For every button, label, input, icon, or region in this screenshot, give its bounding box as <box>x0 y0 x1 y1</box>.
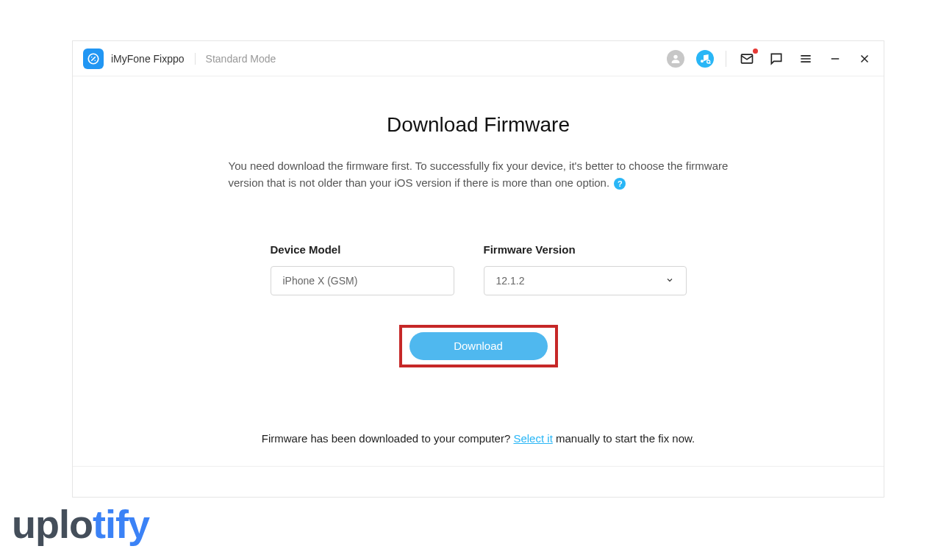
main-content: Download Firmware You need download the … <box>73 76 884 466</box>
watermark: uplotify <box>12 501 149 547</box>
titlebar: iMyFone Fixppo Standard Mode <box>73 41 884 76</box>
device-model-label: Device Model <box>271 243 454 256</box>
bottom-area <box>73 466 884 497</box>
app-logo-icon <box>83 49 104 69</box>
notification-dot-icon <box>753 49 758 54</box>
close-icon[interactable] <box>856 50 873 68</box>
app-title: iMyFone Fixppo <box>111 53 196 65</box>
firmware-version-field: Firmware Version 12.1.2 <box>484 243 687 295</box>
firmware-version-select[interactable]: 12.1.2 <box>484 266 687 295</box>
watermark-part2: tify <box>93 502 149 546</box>
chevron-down-icon <box>665 275 674 287</box>
minimize-icon[interactable] <box>826 50 844 68</box>
description: You need download the firmware first. To… <box>229 157 729 192</box>
page-title: Download Firmware <box>387 113 570 137</box>
form-row: Device Model iPhone X (GSM) Firmware Ver… <box>271 243 687 295</box>
titlebar-actions <box>667 50 873 68</box>
app-window: iMyFone Fixppo Standard Mode <box>72 40 884 498</box>
device-model-field: Device Model iPhone X (GSM) <box>271 243 454 295</box>
menu-icon[interactable] <box>797 50 815 68</box>
select-it-link[interactable]: Select it <box>513 432 552 445</box>
download-highlight-box: Download <box>399 325 558 367</box>
device-model-input[interactable]: iPhone X (GSM) <box>271 266 454 295</box>
device-model-value: iPhone X (GSM) <box>283 275 358 287</box>
mode-label: Standard Mode <box>196 53 276 65</box>
svg-point-1 <box>673 54 677 58</box>
music-search-icon[interactable] <box>696 50 714 68</box>
divider <box>726 51 726 67</box>
chat-icon[interactable] <box>768 50 785 68</box>
watermark-part1: uplo <box>12 502 93 546</box>
firmware-version-value: 12.1.2 <box>496 275 525 287</box>
help-icon[interactable]: ? <box>614 178 626 190</box>
firmware-version-label: Firmware Version <box>484 243 687 256</box>
footer-suffix: manually to start the fix now. <box>553 432 695 445</box>
footer-prefix: Firmware has been downloaded to your com… <box>262 432 514 445</box>
user-icon[interactable] <box>667 50 684 68</box>
description-text: You need download the firmware first. To… <box>229 159 729 189</box>
mail-icon[interactable] <box>738 50 756 68</box>
download-button[interactable]: Download <box>409 332 548 360</box>
footer-note: Firmware has been downloaded to your com… <box>262 432 695 445</box>
